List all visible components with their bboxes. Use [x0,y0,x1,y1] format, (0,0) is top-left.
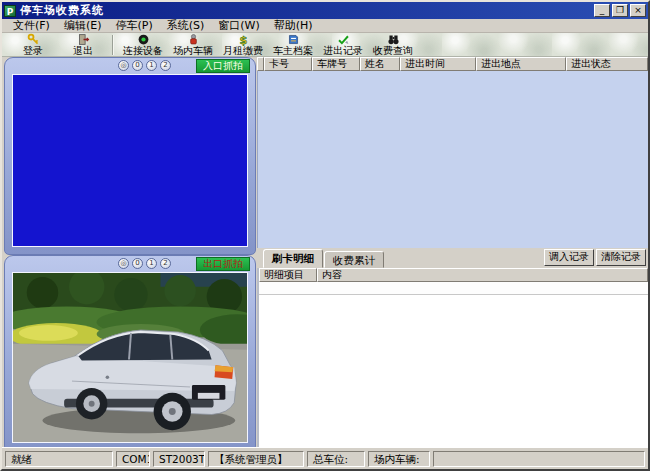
col-content[interactable]: 内容 [317,268,648,282]
tab-fee-total[interactable]: 收费累计 [324,251,384,268]
exit-cam-button-2[interactable]: 2 [160,258,171,269]
status-total-spaces: 总车位: [307,451,365,467]
exit-video-screen [12,272,248,443]
menu-parking[interactable]: 停车(P) [108,19,159,32]
status-bar: 就绪 COM1 ST2003T2 【系统管理员】 总车位: 场内车辆: [2,447,648,469]
exit-capture-photo [13,273,247,442]
entry-cam-button-2[interactable]: 2 [160,60,171,71]
monthly-fee-button[interactable]: $ 月租缴费 [218,33,268,56]
load-records-button[interactable]: 调入记录 [544,249,594,266]
entry-cam-button-all[interactable]: ◎ [118,60,129,71]
menu-edit[interactable]: 编辑(E) [57,19,109,32]
menu-file[interactable]: 文件(F) [6,19,57,32]
col-inout-time[interactable]: 进出时间 [400,57,476,71]
records-body[interactable] [257,71,648,248]
toolbar-separator [112,35,114,55]
col-inout-status[interactable]: 进出状态 [566,57,648,71]
exit-button[interactable]: 退出 [58,33,108,56]
detail-tab-bar: 刷卡明细 收费累计 调入记录 清除记录 [257,248,648,268]
status-in-lot-vehicles: 场内车辆: [368,451,430,467]
exit-cam-button-all[interactable]: ◎ [118,258,129,269]
tool-label: 场内车辆 [173,46,213,56]
card-detail-table: 明细项目 内容 [257,268,648,447]
status-operator: 【系统管理员】 [208,451,304,467]
status-com-port: COM1 [116,451,150,467]
records-header-row: 卡号 车牌号 姓名 进出时间 进出地点 进出状态 [257,57,648,71]
exit-cam-button-1[interactable]: 1 [146,258,157,269]
title-bar[interactable]: P 停车场收费系统 _ ❐ × [2,2,648,19]
window-title: 停车场收费系统 [20,3,104,18]
status-ready: 就绪 [5,451,113,467]
entry-capture-panel: ◎ 0 1 2 入口抓拍 [4,57,256,255]
exit-capture-label: 出口抓拍 [196,257,250,271]
detail-empty-row [259,282,648,295]
tool-label: 进出记录 [323,46,363,56]
tool-label: 车主档案 [273,46,313,56]
col-gutter [257,57,264,71]
col-inout-place[interactable]: 进出地点 [476,57,566,71]
tool-label: 登录 [23,46,43,56]
record-buttons: 调入记录 清除记录 [544,249,648,268]
exit-cam-button-0[interactable]: 0 [132,258,143,269]
connect-device-button[interactable]: 连接设备 [118,33,168,56]
vehicles-in-lot-button[interactable]: 场内车辆 [168,33,218,56]
menu-window[interactable]: 窗口(W) [211,19,266,32]
minimize-button[interactable]: _ [594,4,610,17]
entry-cam-button-0[interactable]: 0 [132,60,143,71]
menu-system[interactable]: 系统(S) [160,19,212,32]
exit-capture-panel: ◎ 0 1 2 出口抓拍 [4,255,256,451]
col-plate-no[interactable]: 车牌号 [312,57,360,71]
entry-cam-button-1[interactable]: 1 [146,60,157,71]
fee-query-button[interactable]: 收费查询 [368,33,418,56]
exit-panel-header: ◎ 0 1 2 出口抓拍 [5,256,255,270]
clear-records-button[interactable]: 清除记录 [596,249,646,266]
owner-files-button[interactable]: 车主档案 [268,33,318,56]
col-card-no[interactable]: 卡号 [264,57,312,71]
window-controls: _ ❐ × [594,4,646,17]
toolbar: 登录 退出 连接设备 场内车辆 $ 月租缴费 车主档案 进出记录 收费查询 [2,33,648,57]
menu-bar: 文件(F) 编辑(E) 停车(P) 系统(S) 窗口(W) 帮助(H) [2,19,648,33]
parking-system-window: { "window": { "title": "停车场收费系统", "icon_… [0,0,650,471]
tool-label: 连接设备 [123,46,163,56]
tool-label: 月租缴费 [223,46,263,56]
tool-label: 收费查询 [373,46,413,56]
entry-video-screen [12,74,248,247]
login-button[interactable]: 登录 [8,33,58,56]
tab-card-detail[interactable]: 刷卡明细 [263,249,323,268]
status-spacer [433,451,645,467]
restore-button[interactable]: ❐ [612,4,628,17]
inout-records-table: 卡号 车牌号 姓名 进出时间 进出地点 进出状态 [257,57,648,248]
status-device-model: ST2003T2 [153,451,205,467]
close-button[interactable]: × [630,4,646,17]
detail-body[interactable] [259,295,648,447]
col-detail-item[interactable]: 明细项目 [259,268,317,282]
menu-help[interactable]: 帮助(H) [267,19,320,32]
tool-label: 退出 [73,46,93,56]
entry-capture-label: 入口抓拍 [196,59,250,73]
col-name[interactable]: 姓名 [360,57,400,71]
app-icon: P [4,5,16,17]
entry-panel-header: ◎ 0 1 2 入口抓拍 [5,58,255,72]
inout-records-button[interactable]: 进出记录 [318,33,368,56]
detail-header-row: 明细项目 内容 [259,268,648,282]
